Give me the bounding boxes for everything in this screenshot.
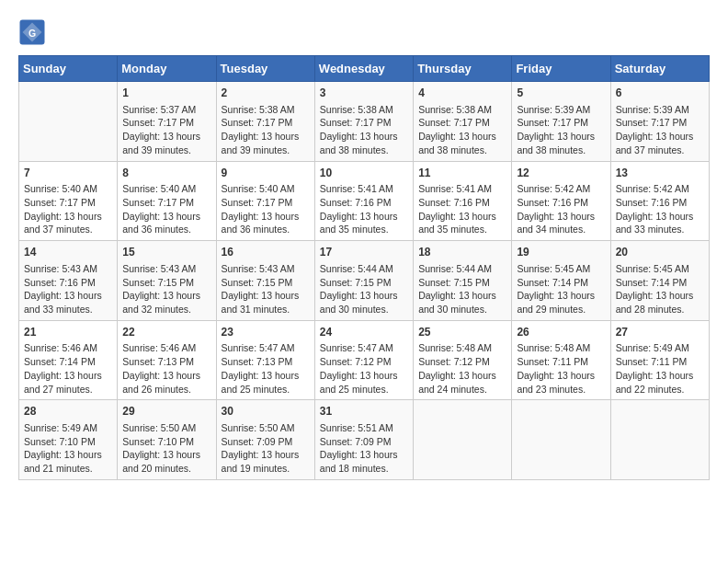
calendar-cell: 4 Sunrise: 5:38 AMSunset: 7:17 PMDayligh…	[414, 82, 512, 162]
day-info: Sunrise: 5:42 AMSunset: 7:16 PMDaylight:…	[517, 182, 605, 236]
calendar-cell: 30 Sunrise: 5:50 AMSunset: 7:09 PMDaylig…	[216, 400, 314, 480]
day-info: Sunrise: 5:39 AMSunset: 7:17 PMDaylight:…	[616, 103, 704, 157]
column-header-saturday: Saturday	[610, 56, 709, 82]
day-number: 23	[222, 325, 310, 340]
day-number: 29	[122, 404, 210, 419]
day-number: 12	[517, 166, 605, 181]
day-info: Sunrise: 5:50 AMSunset: 7:10 PMDaylight:…	[122, 421, 210, 476]
calendar-week-5: 28 Sunrise: 5:49 AMSunset: 7:10 PMDaylig…	[19, 400, 710, 480]
day-info: Sunrise: 5:42 AMSunset: 7:16 PMDaylight:…	[616, 182, 704, 236]
day-number: 31	[320, 404, 408, 419]
day-number: 5	[517, 86, 605, 101]
page-header: G	[18, 18, 710, 46]
day-info: Sunrise: 5:40 AMSunset: 7:17 PMDaylight:…	[222, 182, 310, 236]
day-info: Sunrise: 5:47 AMSunset: 7:12 PMDaylight:…	[320, 341, 408, 396]
column-header-friday: Friday	[512, 56, 610, 82]
calendar-cell: 7 Sunrise: 5:40 AMSunset: 7:17 PMDayligh…	[19, 161, 118, 241]
calendar-cell: 19 Sunrise: 5:45 AMSunset: 7:14 PMDaylig…	[512, 241, 610, 321]
day-number: 22	[122, 325, 210, 340]
calendar-cell: 14 Sunrise: 5:43 AMSunset: 7:16 PMDaylig…	[19, 241, 118, 321]
calendar-cell: 29 Sunrise: 5:50 AMSunset: 7:10 PMDaylig…	[118, 400, 216, 480]
day-number: 30	[222, 404, 310, 419]
day-number: 15	[122, 245, 210, 260]
column-header-monday: Monday	[118, 56, 216, 82]
day-info: Sunrise: 5:43 AMSunset: 7:15 PMDaylight:…	[222, 262, 310, 316]
day-info: Sunrise: 5:41 AMSunset: 7:16 PMDaylight:…	[320, 182, 408, 236]
day-number: 3	[320, 86, 408, 101]
day-info: Sunrise: 5:41 AMSunset: 7:16 PMDaylight:…	[418, 182, 506, 236]
calendar-cell: 8 Sunrise: 5:40 AMSunset: 7:17 PMDayligh…	[118, 161, 216, 241]
calendar-cell: 24 Sunrise: 5:47 AMSunset: 7:12 PMDaylig…	[314, 320, 413, 400]
calendar-week-3: 14 Sunrise: 5:43 AMSunset: 7:16 PMDaylig…	[19, 241, 710, 321]
day-number: 10	[320, 166, 408, 181]
day-number: 2	[222, 86, 310, 101]
logo: G	[18, 18, 50, 46]
calendar-cell: 20 Sunrise: 5:45 AMSunset: 7:14 PMDaylig…	[610, 241, 709, 321]
day-info: Sunrise: 5:48 AMSunset: 7:12 PMDaylight:…	[418, 341, 506, 396]
calendar-cell: 17 Sunrise: 5:44 AMSunset: 7:15 PMDaylig…	[314, 241, 413, 321]
calendar-cell: 2 Sunrise: 5:38 AMSunset: 7:17 PMDayligh…	[216, 82, 314, 162]
day-number: 26	[517, 325, 605, 340]
calendar-body: 1 Sunrise: 5:37 AMSunset: 7:17 PMDayligh…	[19, 82, 710, 480]
day-number: 9	[222, 166, 310, 181]
day-info: Sunrise: 5:49 AMSunset: 7:11 PMDaylight:…	[616, 341, 704, 396]
calendar-cell: 23 Sunrise: 5:47 AMSunset: 7:13 PMDaylig…	[216, 320, 314, 400]
column-header-thursday: Thursday	[414, 56, 512, 82]
calendar-cell: 25 Sunrise: 5:48 AMSunset: 7:12 PMDaylig…	[414, 320, 512, 400]
day-info: Sunrise: 5:46 AMSunset: 7:14 PMDaylight:…	[24, 341, 112, 396]
day-info: Sunrise: 5:45 AMSunset: 7:14 PMDaylight:…	[616, 262, 704, 316]
day-number: 18	[418, 245, 506, 260]
day-info: Sunrise: 5:37 AMSunset: 7:17 PMDaylight:…	[122, 103, 210, 157]
calendar-cell: 31 Sunrise: 5:51 AMSunset: 7:09 PMDaylig…	[314, 400, 413, 480]
calendar-cell: 13 Sunrise: 5:42 AMSunset: 7:16 PMDaylig…	[610, 161, 709, 241]
calendar-cell: 10 Sunrise: 5:41 AMSunset: 7:16 PMDaylig…	[314, 161, 413, 241]
column-header-wednesday: Wednesday	[314, 56, 413, 82]
day-info: Sunrise: 5:38 AMSunset: 7:17 PMDaylight:…	[222, 103, 310, 157]
day-info: Sunrise: 5:40 AMSunset: 7:17 PMDaylight:…	[122, 182, 210, 236]
calendar-week-4: 21 Sunrise: 5:46 AMSunset: 7:14 PMDaylig…	[19, 320, 710, 400]
calendar-cell: 6 Sunrise: 5:39 AMSunset: 7:17 PMDayligh…	[610, 82, 709, 162]
calendar-cell	[512, 400, 610, 480]
day-info: Sunrise: 5:48 AMSunset: 7:11 PMDaylight:…	[517, 341, 605, 396]
day-number: 13	[616, 166, 704, 181]
day-info: Sunrise: 5:40 AMSunset: 7:17 PMDaylight:…	[24, 182, 112, 236]
day-info: Sunrise: 5:45 AMSunset: 7:14 PMDaylight:…	[517, 262, 605, 316]
svg-text:G: G	[28, 28, 36, 39]
calendar-cell: 3 Sunrise: 5:38 AMSunset: 7:17 PMDayligh…	[314, 82, 413, 162]
calendar-cell: 1 Sunrise: 5:37 AMSunset: 7:17 PMDayligh…	[118, 82, 216, 162]
calendar-cell: 9 Sunrise: 5:40 AMSunset: 7:17 PMDayligh…	[216, 161, 314, 241]
calendar-cell: 12 Sunrise: 5:42 AMSunset: 7:16 PMDaylig…	[512, 161, 610, 241]
calendar-cell	[414, 400, 512, 480]
calendar-table: SundayMondayTuesdayWednesdayThursdayFrid…	[18, 55, 710, 480]
day-info: Sunrise: 5:43 AMSunset: 7:16 PMDaylight:…	[24, 262, 112, 316]
column-header-sunday: Sunday	[19, 56, 118, 82]
day-number: 24	[320, 325, 408, 340]
day-info: Sunrise: 5:38 AMSunset: 7:17 PMDaylight:…	[418, 103, 506, 157]
day-info: Sunrise: 5:46 AMSunset: 7:13 PMDaylight:…	[122, 341, 210, 396]
day-info: Sunrise: 5:51 AMSunset: 7:09 PMDaylight:…	[320, 421, 408, 476]
calendar-week-2: 7 Sunrise: 5:40 AMSunset: 7:17 PMDayligh…	[19, 161, 710, 241]
day-info: Sunrise: 5:39 AMSunset: 7:17 PMDaylight:…	[517, 103, 605, 157]
calendar-cell	[610, 400, 709, 480]
calendar-cell: 22 Sunrise: 5:46 AMSunset: 7:13 PMDaylig…	[118, 320, 216, 400]
day-info: Sunrise: 5:44 AMSunset: 7:15 PMDaylight:…	[418, 262, 506, 316]
day-number: 8	[122, 166, 210, 181]
day-number: 6	[616, 86, 704, 101]
day-number: 14	[24, 245, 112, 260]
day-info: Sunrise: 5:38 AMSunset: 7:17 PMDaylight:…	[320, 103, 408, 157]
calendar-week-1: 1 Sunrise: 5:37 AMSunset: 7:17 PMDayligh…	[19, 82, 710, 162]
calendar-cell: 21 Sunrise: 5:46 AMSunset: 7:14 PMDaylig…	[19, 320, 118, 400]
column-header-tuesday: Tuesday	[216, 56, 314, 82]
calendar-cell	[19, 82, 118, 162]
day-info: Sunrise: 5:49 AMSunset: 7:10 PMDaylight:…	[24, 421, 112, 476]
day-number: 25	[418, 325, 506, 340]
logo-icon: G	[18, 18, 46, 46]
day-number: 7	[24, 166, 112, 181]
day-number: 1	[122, 86, 210, 101]
calendar-cell: 11 Sunrise: 5:41 AMSunset: 7:16 PMDaylig…	[414, 161, 512, 241]
calendar-cell: 16 Sunrise: 5:43 AMSunset: 7:15 PMDaylig…	[216, 241, 314, 321]
day-number: 4	[418, 86, 506, 101]
day-number: 28	[24, 404, 112, 419]
day-info: Sunrise: 5:47 AMSunset: 7:13 PMDaylight:…	[222, 341, 310, 396]
day-number: 19	[517, 245, 605, 260]
